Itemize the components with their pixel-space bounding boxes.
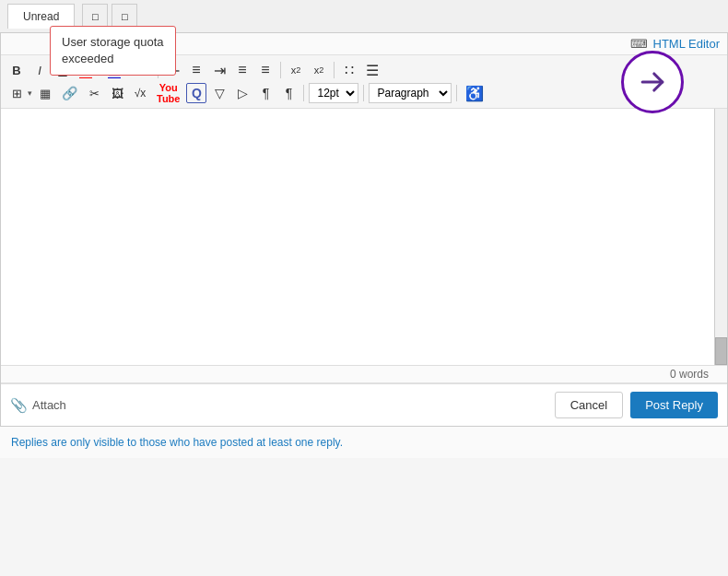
video-button[interactable]: ▷ — [232, 83, 252, 103]
sep-2 — [280, 62, 281, 78]
sqrt-button[interactable]: √x — [130, 83, 150, 103]
font-highlight-bar — [108, 77, 121, 78]
unordered-list-button[interactable]: ∷ — [339, 60, 359, 80]
ordered-list-button[interactable]: ☰ — [362, 60, 382, 80]
paragraph-select[interactable]: Paragraph Heading 1 Heading 2 Heading 3 … — [369, 83, 452, 103]
youtube-icon: YouTube — [157, 82, 180, 104]
font-size-select[interactable]: 12pt 8pt 10pt 14pt 18pt 24pt 36pt — [309, 83, 358, 103]
align-justify2-button[interactable]: ≡ — [255, 60, 276, 80]
table-button[interactable]: ⊞ — [6, 83, 27, 103]
html-editor-link[interactable]: HTML Editor — [653, 37, 720, 51]
paragraph-dropdown[interactable]: Paragraph Heading 1 Heading 2 Heading 3 … — [369, 83, 452, 103]
image-button[interactable]: 🖼 — [107, 83, 127, 103]
attach-icon: 📎 — [10, 397, 28, 414]
footer-note: Replies are only visible to those who ha… — [0, 427, 728, 458]
attach-label: Attach — [32, 398, 66, 412]
attach-button[interactable]: 📎 Attach — [10, 397, 66, 414]
editor-container: ⌨ HTML Editor B I U A ▾ A — [0, 33, 728, 427]
scrollbar-thumb[interactable] — [715, 337, 727, 365]
align-justify-button[interactable]: ≡ — [232, 60, 252, 80]
pilcrow-button[interactable]: ¶ — [255, 83, 276, 103]
top-bar: Unread □ □ User storage quota exceeded — [0, 0, 728, 33]
unread-tab[interactable]: Unread — [7, 4, 75, 29]
align-center-button[interactable]: ≡ — [186, 60, 206, 80]
storage-quota-tooltip: User storage quota exceeded — [50, 26, 176, 76]
quizlet-button[interactable]: Q — [186, 83, 206, 103]
youtube-button[interactable]: YouTube — [153, 83, 183, 103]
italic-button[interactable]: I — [29, 60, 50, 80]
table-arrow[interactable]: ▾ — [28, 88, 32, 98]
action-bar: 📎 Attach Cancel Post Reply — [1, 383, 727, 426]
font-color-bar — [79, 77, 92, 78]
editor-textarea[interactable] — [1, 109, 714, 362]
post-reply-button[interactable]: Post Reply — [630, 392, 718, 418]
editor-wrapper — [1, 109, 727, 366]
icon-1: □ — [92, 11, 99, 22]
link-button[interactable]: 🔗 — [58, 83, 81, 103]
subscript-button[interactable]: x2 — [309, 60, 329, 80]
toolbar-row-2: ⊞ ▾ ▦ 🔗 ✂ 🖼 √x YouTube Q ▽ ▷ ¶ — [6, 83, 722, 103]
table-dropdown[interactable]: ⊞ ▾ — [6, 83, 32, 103]
right-buttons: Cancel Post Reply — [555, 392, 718, 418]
accessibility-button[interactable]: ♿ — [462, 83, 487, 103]
word-count-bar: 0 words — [1, 366, 727, 383]
cancel-button[interactable]: Cancel — [555, 392, 623, 418]
quick-table-button[interactable]: ▦ — [35, 83, 55, 103]
keyboard-icon: ⌨ — [630, 37, 648, 51]
sep-3 — [334, 62, 335, 78]
editor-scrollbar[interactable] — [714, 109, 727, 365]
align-right-button[interactable]: ⇥ — [209, 60, 229, 80]
sep-5 — [363, 85, 364, 101]
word-count: 0 words — [670, 368, 709, 381]
pilcrow2-button[interactable]: ¶ — [278, 83, 299, 103]
footer-text: Replies are only visible to those who ha… — [11, 436, 343, 449]
superscript-button[interactable]: x2 — [286, 60, 306, 80]
unlink-button[interactable]: ✂ — [84, 83, 104, 103]
bold-button[interactable]: B — [6, 60, 27, 80]
circle-arrow-button[interactable] — [621, 51, 684, 113]
font-size-dropdown[interactable]: 12pt 8pt 10pt 14pt 18pt 24pt 36pt — [309, 83, 358, 103]
sep-4 — [303, 85, 304, 101]
icon-2: □ — [122, 11, 128, 22]
dropdown-button[interactable]: ▽ — [209, 83, 229, 103]
sep-6 — [456, 85, 457, 101]
